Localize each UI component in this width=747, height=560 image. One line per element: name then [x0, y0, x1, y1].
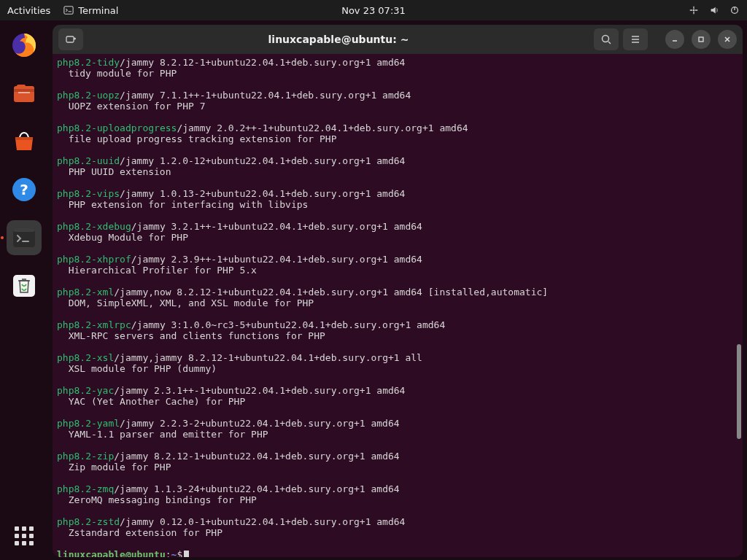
dock: ? [0, 20, 48, 560]
package-name: php8.2-zip [57, 451, 114, 462]
package-entry: php8.2-zip/jammy 8.2.12-1+ubuntu22.04.1+… [57, 451, 738, 462]
svg-rect-0 [64, 7, 73, 15]
package-name: php8.2-zstd [57, 516, 120, 527]
package-entry: php8.2-xsl/jammy,jammy 8.2.12-1+ubuntu22… [57, 352, 738, 363]
new-tab-icon [65, 34, 77, 45]
trash-icon [9, 271, 39, 300]
network-icon[interactable] [689, 5, 699, 15]
package-description: YAC (Yet Another Cache) for PHP [57, 396, 738, 407]
power-icon[interactable] [729, 5, 740, 15]
svg-rect-16 [699, 37, 703, 42]
package-name: php8.2-xsl [57, 352, 114, 363]
svg-rect-5 [14, 89, 34, 92]
package-meta: /jammy 1.0.13-2+ubuntu22.04.1+deb.sury.o… [120, 188, 405, 199]
active-app-indicator[interactable]: Terminal [63, 5, 118, 16]
package-description: PHP UUID extension [57, 166, 738, 177]
dock-files[interactable] [7, 76, 42, 111]
package-entry: php8.2-uopz/jammy 7.1.1++-1+ubuntu22.04.… [57, 90, 738, 101]
clock[interactable]: Nov 23 07:31 [341, 5, 406, 16]
package-description: Xdebug Module for PHP [57, 232, 738, 243]
terminal-output[interactable]: php8.2-tidy/jammy 8.2.12-1+ubuntu22.04.1… [53, 54, 743, 557]
package-description: Zip module for PHP [57, 462, 738, 472]
package-entry: php8.2-xdebug/jammy 3.2.1++-1+ubuntu22.0… [57, 221, 738, 232]
package-name: php8.2-xdebug [57, 221, 131, 232]
package-name: php8.2-uopz [57, 90, 120, 101]
package-name: php8.2-zmq [57, 483, 114, 494]
package-entry: php8.2-uuid/jammy 1.2.0-12+ubuntu22.04.1… [57, 155, 738, 166]
hamburger-icon [630, 34, 641, 45]
package-entry: php8.2-tidy/jammy 8.2.12-1+ubuntu22.04.1… [57, 57, 738, 68]
package-meta: /jammy,jammy 8.2.12-1+ubuntu22.04.1+deb.… [114, 352, 422, 363]
package-name: php8.2-tidy [57, 57, 120, 68]
terminal-icon [63, 5, 74, 15]
package-description: Zstandard extension for PHP [57, 527, 738, 538]
package-meta: /jammy 2.3.9++-1+ubuntu22.04.1+deb.sury.… [131, 254, 422, 265]
search-button[interactable] [594, 28, 619, 50]
svg-rect-12 [13, 228, 35, 232]
package-meta: /jammy 1.1.3-24+ubuntu22.04.1+deb.sury.o… [114, 483, 399, 494]
package-meta: /jammy 8.2.12-1+ubuntu22.04.1+deb.sury.o… [120, 57, 405, 68]
package-meta: /jammy 8.2.12-1+ubuntu22.04.1+deb.sury.o… [114, 451, 399, 462]
package-entry: php8.2-xhprof/jammy 2.3.9++-1+ubuntu22.0… [57, 254, 738, 265]
minimize-icon [670, 35, 679, 44]
package-name: php8.2-yac [57, 385, 114, 396]
svg-text:?: ? [20, 181, 28, 198]
svg-point-1 [693, 9, 695, 12]
package-meta: /jammy 2.0.2++-1+ubuntu22.04.1+deb.sury.… [177, 122, 468, 133]
package-entry: php8.2-yac/jammy 2.3.1++-1+ubuntu22.04.1… [57, 385, 738, 396]
active-app-name: Terminal [78, 5, 118, 16]
package-description: XSL module for PHP (dummy) [57, 363, 738, 374]
prompt[interactable]: linuxcapable@ubuntu:~$ [57, 549, 738, 557]
new-tab-button[interactable] [58, 28, 83, 50]
activities-button[interactable]: Activities [7, 5, 50, 16]
package-description: UOPZ extension for PHP 7 [57, 101, 738, 112]
package-description: Hierarchical Profiler for PHP 5.x [57, 265, 738, 276]
cursor [184, 551, 189, 557]
show-applications-button[interactable] [15, 526, 34, 545]
volume-icon[interactable] [709, 5, 719, 15]
package-name: php8.2-xhprof [57, 254, 131, 265]
minimize-button[interactable] [665, 30, 684, 49]
dock-firefox[interactable] [7, 28, 42, 63]
close-icon [723, 35, 732, 44]
search-icon [600, 34, 612, 45]
svg-point-15 [603, 36, 609, 42]
terminal-window: linuxcapable@ubuntu: ~ php8.2-tidy/jammy… [53, 25, 743, 557]
svg-rect-14 [66, 36, 74, 42]
scrollbar-thumb[interactable] [737, 344, 741, 439]
maximize-icon [697, 35, 705, 44]
top-bar: Activities Terminal Nov 23 07:31 [0, 0, 747, 20]
package-meta: /jammy 7.1.1++-1+ubuntu22.04.1+deb.sury.… [120, 90, 411, 101]
package-name: php8.2-vips [57, 188, 120, 199]
dock-terminal[interactable] [7, 220, 42, 255]
package-entry: php8.2-zstd/jammy 0.12.0-1+ubuntu22.04.1… [57, 516, 738, 527]
package-meta: /jammy 0.12.0-1+ubuntu22.04.1+deb.sury.o… [120, 516, 405, 527]
package-description: PHP extension for interfacing with libvi… [57, 199, 738, 210]
dock-software[interactable] [7, 124, 42, 159]
prompt-user-host: linuxcapable@ubuntu [57, 549, 166, 557]
dock-trash[interactable] [7, 268, 42, 303]
terminal-app-icon [11, 225, 37, 251]
svg-rect-7 [18, 92, 30, 93]
dock-help[interactable]: ? [7, 172, 42, 207]
package-meta: /jammy 1.2.0-12+ubuntu22.04.1+deb.sury.o… [120, 155, 405, 166]
package-description: XML-RPC servers and clients functions fo… [57, 330, 738, 341]
help-icon: ? [9, 175, 39, 204]
package-name: php8.2-uuid [57, 155, 120, 166]
svg-rect-8 [15, 137, 33, 140]
package-meta: /jammy 3:1.0.0~rc3-5+ubuntu22.04.1+deb.s… [131, 319, 445, 330]
package-description: tidy module for PHP [57, 68, 738, 79]
package-entry: php8.2-yaml/jammy 2.2.3-2+ubuntu22.04.1+… [57, 418, 738, 429]
package-entry: php8.2-vips/jammy 1.0.13-2+ubuntu22.04.1… [57, 188, 738, 199]
maximize-button[interactable] [692, 30, 711, 49]
package-description: DOM, SimpleXML, XML, and XSL module for … [57, 298, 738, 308]
package-name: php8.2-yaml [57, 418, 120, 429]
firefox-icon [9, 31, 39, 60]
package-name: php8.2-uploadprogress [57, 122, 177, 133]
titlebar: linuxcapable@ubuntu: ~ [53, 25, 743, 54]
close-button[interactable] [718, 30, 737, 49]
package-description: ZeroMQ messaging bindings for PHP [57, 494, 738, 505]
package-meta: /jammy 2.2.3-2+ubuntu22.04.1+deb.sury.or… [120, 418, 400, 429]
package-entry: php8.2-xml/jammy,now 8.2.12-1+ubuntu22.0… [57, 287, 738, 298]
menu-button[interactable] [623, 28, 648, 50]
